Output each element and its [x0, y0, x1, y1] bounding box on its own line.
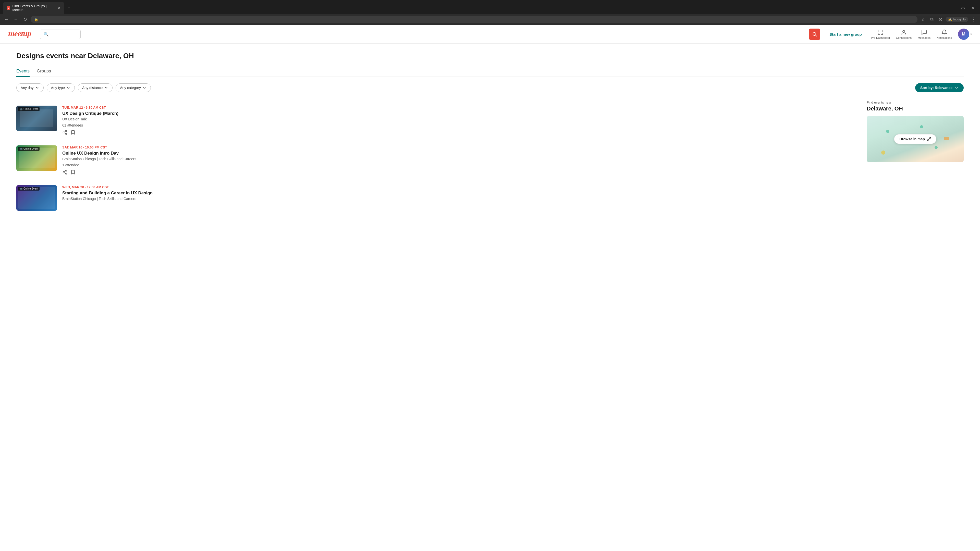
video-icon: 📹: [19, 108, 22, 110]
nav-items: Pro Dashboard Connections Messages Notif…: [871, 29, 972, 40]
browser-actions: ☆ ⧉ ⊙ 🕵 Incognito ⋮: [920, 16, 977, 23]
person-icon: [900, 29, 907, 35]
svg-rect-5: [878, 33, 880, 35]
meetup-logo[interactable]: meetup: [8, 29, 34, 40]
event-info-2: SAT, MAR 16 · 10:00 PM CST Online UX Des…: [62, 145, 856, 175]
map-placeholder: Browse in map: [867, 116, 964, 162]
menu-button[interactable]: ⋮: [970, 16, 977, 23]
lock-icon: 🔒: [34, 17, 38, 21]
map-dot: [935, 146, 938, 149]
search-button-icon: [812, 32, 817, 37]
address-bar[interactable]: 🔒 meetup.com/find/?suggested=true&source…: [30, 16, 918, 23]
event-date-2: SAT, MAR 16 · 10:00 PM CST: [62, 145, 856, 149]
search-icon: 🔍: [44, 32, 49, 37]
avatar-initials: M: [958, 29, 969, 40]
svg-point-1: [813, 32, 816, 35]
reload-button[interactable]: ↻: [21, 16, 29, 23]
minimize-button[interactable]: ─: [950, 5, 958, 11]
save-button-1[interactable]: [70, 130, 76, 135]
sort-chevron-icon: [955, 86, 959, 90]
tab-close-button[interactable]: ✕: [58, 6, 61, 10]
event-org-2: BrainStation Chicago | Tech Skills and C…: [62, 157, 856, 161]
event-image-1: 📹 Online Event: [16, 106, 57, 131]
messages-link[interactable]: Messages: [918, 29, 931, 39]
active-tab[interactable]: M Find Events & Groups | Meetup ✕: [3, 2, 64, 14]
event-title-3[interactable]: Starting and Building a Career in UX Des…: [62, 191, 856, 196]
connections-link[interactable]: Connections: [896, 29, 912, 39]
map-dot: [944, 137, 949, 140]
save-button-2[interactable]: [70, 170, 76, 175]
bookmark-icon[interactable]: ☆: [920, 16, 927, 23]
svg-point-7: [903, 30, 905, 32]
map-dot: [881, 151, 885, 155]
online-badge-1: 📹 Online Event: [18, 107, 40, 111]
browser-controls: ← → ↻ 🔒 meetup.com/find/?suggested=true&…: [0, 14, 980, 25]
grid-icon: [877, 29, 883, 35]
avatar-container[interactable]: M ▾: [958, 29, 972, 40]
event-card: 📹 Online Event SAT, MAR 16 · 10:00 PM CS…: [16, 140, 856, 180]
avatar-chevron-icon: ▾: [970, 32, 972, 36]
maximize-button[interactable]: ▭: [959, 5, 967, 11]
search-button[interactable]: [809, 29, 820, 40]
new-tab-button[interactable]: +: [65, 5, 73, 11]
event-image-3: 📹 Online Event: [16, 185, 57, 211]
sort-button[interactable]: Sort by: Relevance: [915, 83, 964, 92]
svg-point-10: [65, 133, 67, 135]
bookmark-icon: [70, 130, 76, 135]
event-info-3: WED, MAR 20 · 12:00 AM CST Starting and …: [62, 185, 856, 203]
event-attendees-1: 61 attendees: [62, 123, 856, 127]
event-title-2[interactable]: Online UX Design Intro Day: [62, 151, 856, 156]
bell-icon: [941, 29, 947, 35]
content-tabs: Events Groups: [16, 66, 964, 77]
main-content: Designs events near Delaware, OH Events …: [0, 44, 980, 224]
filter-day[interactable]: Any day: [16, 83, 44, 92]
tab-events[interactable]: Events: [16, 66, 30, 77]
svg-text:meetup: meetup: [8, 29, 31, 38]
browser-tabs: M Find Events & Groups | Meetup ✕ + ─ ▭ …: [0, 0, 980, 14]
share-button-1[interactable]: [62, 130, 67, 135]
event-info-1: TUE, MAR 12 · 6:30 AM CST UX Design Crit…: [62, 106, 856, 135]
browse-map-button[interactable]: Browse in map: [894, 134, 936, 144]
event-title-1[interactable]: UX Design Critique (March): [62, 111, 856, 116]
svg-rect-3: [878, 30, 880, 32]
svg-line-12: [64, 131, 65, 132]
forward-button[interactable]: →: [12, 16, 19, 23]
bookmark-icon-2: [70, 170, 76, 175]
tab-groups[interactable]: Groups: [37, 66, 51, 77]
share-button-2[interactable]: [62, 170, 67, 175]
expand-icon: [927, 137, 931, 141]
filter-distance[interactable]: Any distance: [78, 83, 113, 92]
browser-chrome: M Find Events & Groups | Meetup ✕ + ─ ▭ …: [0, 0, 980, 25]
url-input[interactable]: meetup.com/find/?suggested=true&source=E…: [40, 17, 914, 21]
location-input[interactable]: Delaware, OH: [87, 32, 803, 37]
svg-line-19: [928, 139, 929, 141]
event-date-3: WED, MAR 20 · 12:00 AM CST: [62, 185, 856, 189]
filter-category[interactable]: Any category: [116, 83, 151, 92]
svg-point-9: [63, 132, 64, 133]
map-dot: [886, 130, 889, 133]
map-sidebar: Find events near Delaware, OH Browse in …: [867, 100, 964, 216]
back-button[interactable]: ←: [3, 16, 10, 23]
search-input[interactable]: Designs: [51, 32, 76, 37]
close-window-button[interactable]: ✕: [969, 5, 977, 11]
notifications-link[interactable]: Notifications: [937, 29, 952, 39]
find-events-label: Find events near: [867, 100, 964, 104]
share-icon: [62, 130, 67, 135]
chevron-down-icon: [104, 86, 108, 90]
video-icon-3: 📹: [19, 187, 22, 190]
events-list: 📹 Online Event TUE, MAR 12 · 6:30 AM CST…: [16, 100, 856, 216]
svg-line-18: [929, 138, 931, 139]
pro-dashboard-link[interactable]: Pro Dashboard: [871, 29, 890, 39]
profile-button[interactable]: ⊙: [937, 16, 944, 23]
page-title: Designs events near Delaware, OH: [16, 52, 964, 60]
user-avatar: M: [958, 29, 969, 40]
filter-type[interactable]: Any type: [47, 83, 75, 92]
event-org-1: UX Design Talk: [62, 117, 856, 121]
map-dot: [920, 125, 923, 128]
start-group-button[interactable]: Start a new group: [826, 30, 865, 38]
extensions-button[interactable]: ⧉: [928, 16, 935, 23]
event-org-3: BrainStation Chicago | Tech Skills and C…: [62, 197, 856, 201]
online-badge-3: 📹 Online Event: [18, 187, 40, 191]
search-box: 🔍 Designs: [40, 30, 81, 39]
event-actions-2: [62, 170, 856, 175]
